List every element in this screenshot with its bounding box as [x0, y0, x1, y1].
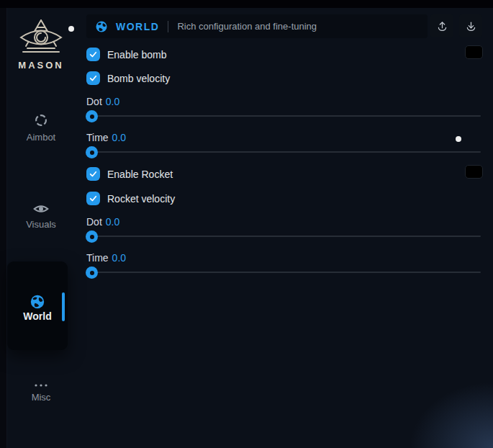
upload-icon	[436, 20, 448, 32]
slider-value: 0.0	[112, 132, 126, 143]
ellipsis-icon	[34, 383, 48, 387]
bomb-dot-slider-track[interactable]	[86, 115, 481, 117]
enable-bomb-checkbox[interactable]	[86, 48, 100, 61]
rocket-dot-slider-knob[interactable]	[86, 230, 98, 243]
active-tab-indicator	[62, 292, 65, 321]
enable-rocket-checkbox[interactable]	[86, 167, 100, 181]
slider-name: Dot	[86, 96, 102, 107]
check-icon	[89, 194, 98, 203]
mason-window: MASON Aimbot Visuals World	[0, 0, 493, 448]
checkbox-row: Bomb velocity	[86, 71, 170, 85]
sidebar-item-visuals[interactable]: Visuals	[6, 203, 76, 230]
checkbox-label: Bomb velocity	[107, 73, 170, 84]
eye-icon	[33, 203, 49, 215]
rocket-time-slider-knob[interactable]	[86, 266, 98, 279]
bomb-time-slider-track[interactable]	[86, 151, 481, 153]
sidebar-item-misc[interactable]: Misc	[6, 383, 76, 403]
download-icon	[465, 20, 477, 32]
crosshair-icon	[34, 113, 48, 127]
checkbox-label: Enable bomb	[107, 49, 167, 61]
window-top-edge	[0, 0, 493, 8]
sidebar-item-label: Visuals	[26, 219, 56, 230]
page-header: WORLD Rich configuration and fine-tuning	[86, 14, 428, 38]
page-title: WORLD	[116, 21, 159, 32]
page-subtitle: Rich configuration and fine-tuning	[177, 21, 317, 32]
brand-name: MASON	[6, 60, 76, 71]
bomb-velocity-checkbox[interactable]	[86, 71, 100, 85]
globe-icon	[95, 20, 108, 33]
corner-glow	[407, 380, 493, 448]
bomb-color-swatch[interactable]	[465, 45, 483, 59]
checkbox-row: Enable bomb	[86, 48, 167, 61]
sidebar-item-aimbot[interactable]: Aimbot	[6, 113, 76, 143]
slider-value: 0.0	[106, 96, 119, 107]
particle-dot	[456, 136, 461, 142]
checkbox-label: Enable Rocket	[107, 169, 173, 180]
brand: MASON	[6, 18, 76, 71]
bomb-time-slider-knob[interactable]	[86, 146, 98, 158]
rocket-velocity-checkbox[interactable]	[86, 192, 100, 205]
particle-dot	[68, 26, 74, 32]
bomb-dot-slider-knob[interactable]	[86, 110, 98, 122]
sidebar: MASON Aimbot Visuals World	[6, 8, 78, 448]
checkbox-row: Rocket velocity	[86, 192, 175, 205]
slider-value: 0.0	[106, 216, 119, 228]
upload-config-button[interactable]	[430, 14, 453, 37]
check-icon	[89, 169, 98, 179]
checkbox-label: Rocket velocity	[107, 193, 175, 205]
slider-value: 0.0	[112, 252, 126, 264]
sidebar-item-label: Misc	[32, 392, 51, 403]
sidebar-item-label: World	[7, 310, 68, 322]
check-icon	[89, 50, 98, 59]
header-divider	[168, 21, 168, 32]
sidebar-item-label: Aimbot	[27, 132, 55, 143]
globe-icon	[30, 294, 45, 310]
slider-label: Dot0.0	[86, 96, 119, 107]
slider-label: Time0.0	[86, 252, 126, 264]
checkbox-row: Enable Rocket	[86, 167, 173, 181]
download-config-button[interactable]	[459, 14, 482, 37]
slider-label: Time0.0	[86, 132, 126, 143]
rocket-color-swatch[interactable]	[465, 165, 483, 179]
rocket-time-slider-track[interactable]	[86, 272, 481, 273]
pyramid-eye-icon	[18, 18, 64, 57]
slider-label: Dot0.0	[86, 216, 119, 228]
slider-name: Time	[86, 132, 109, 143]
slider-name: Time	[86, 252, 109, 264]
rocket-dot-slider-track[interactable]	[86, 236, 481, 237]
slider-name: Dot	[86, 216, 102, 228]
check-icon	[89, 73, 98, 83]
sidebar-item-world[interactable]: World	[7, 261, 68, 350]
